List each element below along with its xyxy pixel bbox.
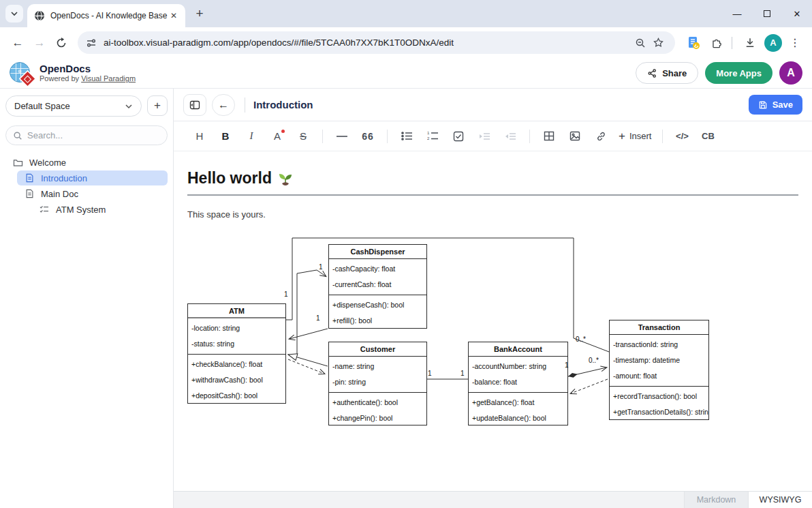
uml-method: +depositCash(): bool bbox=[188, 388, 285, 404]
font-color-letter: A bbox=[274, 130, 281, 142]
code-block-button[interactable]: CB bbox=[700, 128, 716, 145]
uml-attribute: -accountNumber: string bbox=[469, 359, 567, 374]
save-button[interactable]: Save bbox=[749, 95, 802, 115]
browser-profile-avatar[interactable]: A bbox=[764, 34, 782, 52]
uml-method: +getTransactionDetails(): string bbox=[610, 404, 708, 420]
tab-close-button[interactable]: ✕ bbox=[168, 10, 180, 22]
window-close-button[interactable]: ✕ bbox=[782, 0, 812, 27]
uml-class-name: ATM bbox=[188, 304, 285, 318]
forward-button[interactable]: → bbox=[29, 32, 50, 54]
share-button[interactable]: Share bbox=[636, 62, 698, 84]
uml-method: +changePin(): bool bbox=[329, 410, 426, 426]
numbered-list-button[interactable]: 12 bbox=[424, 128, 441, 145]
toolbar-separator bbox=[662, 130, 663, 143]
back-arrow-icon: ← bbox=[218, 99, 229, 111]
navigate-back-button[interactable]: ← bbox=[212, 94, 235, 116]
space-selector[interactable]: Default Space bbox=[5, 95, 142, 117]
bold-button[interactable]: B bbox=[217, 128, 234, 145]
app-header: OpenDocs Powered by Visual Paradigm Shar… bbox=[0, 58, 812, 89]
tree-item-atm-system[interactable]: ATM System bbox=[32, 202, 168, 217]
uml-class-atm[interactable]: ATM -location: string -status: string +c… bbox=[187, 303, 286, 404]
insert-table-button[interactable] bbox=[541, 128, 557, 145]
bullet-list-button[interactable] bbox=[399, 128, 415, 145]
italic-button[interactable]: I bbox=[243, 128, 260, 145]
header-separator bbox=[245, 98, 245, 113]
multiplicity-label: 1 bbox=[460, 370, 465, 377]
toolbar-separator bbox=[529, 130, 530, 143]
share-label: Share bbox=[662, 68, 687, 78]
account-avatar[interactable]: A bbox=[779, 61, 802, 85]
search-input[interactable] bbox=[27, 130, 143, 140]
strikethrough-button[interactable]: S bbox=[295, 128, 311, 145]
heading-button[interactable]: H bbox=[191, 128, 208, 145]
folder-icon bbox=[12, 158, 23, 167]
link-icon bbox=[595, 131, 607, 142]
tab-search-button[interactable] bbox=[5, 5, 23, 23]
multiplicity-label: 1 bbox=[284, 290, 288, 298]
insert-link-button[interactable] bbox=[593, 128, 609, 145]
uml-class-transaction[interactable]: Transaction -transactionId: string -time… bbox=[609, 320, 709, 420]
downloads-icon[interactable] bbox=[740, 33, 760, 53]
window-minimize-button[interactable]: — bbox=[722, 0, 752, 27]
uml-class-cashdispenser[interactable]: CashDispenser -cashCapacity: float -curr… bbox=[328, 244, 427, 329]
mode-tab-markdown[interactable]: Markdown bbox=[684, 492, 748, 508]
blockquote-button[interactable]: 66 bbox=[360, 128, 376, 145]
uml-attribute: -cashCapacity: float bbox=[329, 261, 426, 277]
plus-icon: + bbox=[619, 130, 625, 143]
docs-offline-extension-icon[interactable] bbox=[683, 33, 704, 53]
back-button[interactable]: ← bbox=[7, 32, 29, 54]
uml-class-customer[interactable]: Customer -name: string -pin: string +aut… bbox=[328, 342, 427, 425]
multiplicity-label: 1 bbox=[316, 314, 320, 322]
app-name: OpenDocs bbox=[40, 63, 136, 74]
document-content[interactable]: Hello world This space is yours. bbox=[174, 151, 812, 491]
bullet-list-icon bbox=[401, 131, 413, 141]
add-space-button[interactable]: + bbox=[147, 95, 168, 116]
table-icon bbox=[544, 131, 555, 141]
page-heading: Hello world bbox=[187, 169, 798, 188]
insert-image-button[interactable] bbox=[567, 128, 583, 145]
extensions-puzzle-icon[interactable] bbox=[706, 33, 727, 53]
document-title: Introduction bbox=[253, 99, 313, 110]
indent-button[interactable] bbox=[476, 128, 493, 145]
uml-method: +getBalance(): float bbox=[469, 395, 567, 410]
browser-tab-active[interactable]: OpenDocs - AI Knowledge Base ✕ bbox=[27, 4, 185, 27]
bookmark-star-icon[interactable] bbox=[649, 34, 667, 52]
tree-item-introduction[interactable]: Introduction bbox=[17, 170, 168, 185]
uml-method: +withdrawCash(): bool bbox=[188, 372, 285, 388]
inline-code-button[interactable]: </> bbox=[674, 128, 690, 145]
tree-item-main-doc[interactable]: Main Doc bbox=[17, 186, 168, 201]
address-bar[interactable]: ai-toolbox.visual-paradigm.com/app/opend… bbox=[78, 31, 675, 54]
search-icon bbox=[13, 131, 22, 140]
powered-by-prefix: Powered by bbox=[40, 74, 79, 83]
uml-method: +authenticate(): bool bbox=[329, 395, 426, 410]
url-text[interactable]: ai-toolbox.visual-paradigm.com/app/opend… bbox=[104, 38, 631, 48]
tree-item-welcome[interactable]: Welcome bbox=[5, 155, 168, 170]
uml-class-bankaccount[interactable]: BankAccount -accountNumber: string -bala… bbox=[468, 342, 568, 425]
visual-paradigm-link[interactable]: Visual Paradigm bbox=[81, 74, 136, 83]
zoom-out-page-icon[interactable] bbox=[631, 34, 649, 52]
svg-text:2: 2 bbox=[427, 136, 430, 140]
window-maximize-button[interactable] bbox=[752, 0, 782, 27]
svg-text:1: 1 bbox=[427, 131, 430, 135]
multiplicity-label: 0..* bbox=[576, 335, 586, 343]
more-apps-button[interactable]: More Apps bbox=[705, 62, 772, 84]
outdent-button[interactable] bbox=[502, 128, 518, 145]
insert-button[interactable]: + Insert bbox=[619, 128, 651, 145]
font-color-button[interactable]: A bbox=[269, 128, 285, 145]
checklist-button[interactable] bbox=[450, 128, 467, 145]
toggle-sidebar-button[interactable] bbox=[183, 94, 206, 116]
browser-menu-kebab-icon[interactable]: ⋮ bbox=[785, 33, 805, 53]
uml-class-diagram[interactable]: ATM -location: string -status: string +c… bbox=[187, 236, 713, 434]
document-icon bbox=[24, 173, 35, 183]
indent-icon bbox=[479, 132, 490, 141]
reload-button[interactable] bbox=[50, 32, 72, 54]
insert-label: Insert bbox=[629, 131, 652, 141]
search-box[interactable] bbox=[5, 125, 168, 145]
heading-text: Hello world bbox=[187, 169, 272, 188]
mode-tab-wysiwyg[interactable]: WYSIWYG bbox=[748, 492, 812, 508]
space-selector-value: Default Space bbox=[14, 101, 125, 111]
site-settings-icon[interactable] bbox=[86, 38, 97, 48]
horizontal-rule-button[interactable] bbox=[334, 128, 350, 145]
new-tab-button[interactable]: + bbox=[191, 5, 208, 23]
toolbar-separator bbox=[387, 130, 388, 143]
